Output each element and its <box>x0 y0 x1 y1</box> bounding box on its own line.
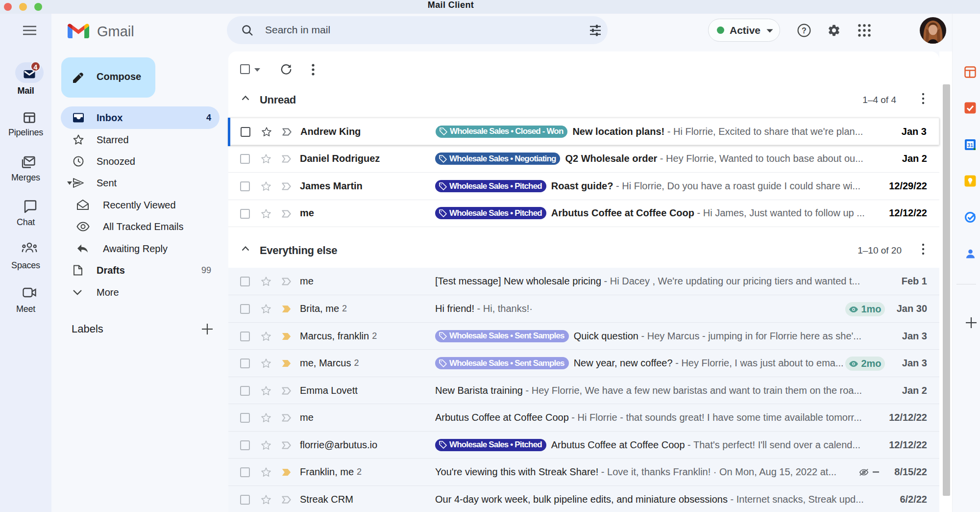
svg-text:31: 31 <box>967 142 973 148</box>
svg-text:?: ? <box>802 26 807 35</box>
